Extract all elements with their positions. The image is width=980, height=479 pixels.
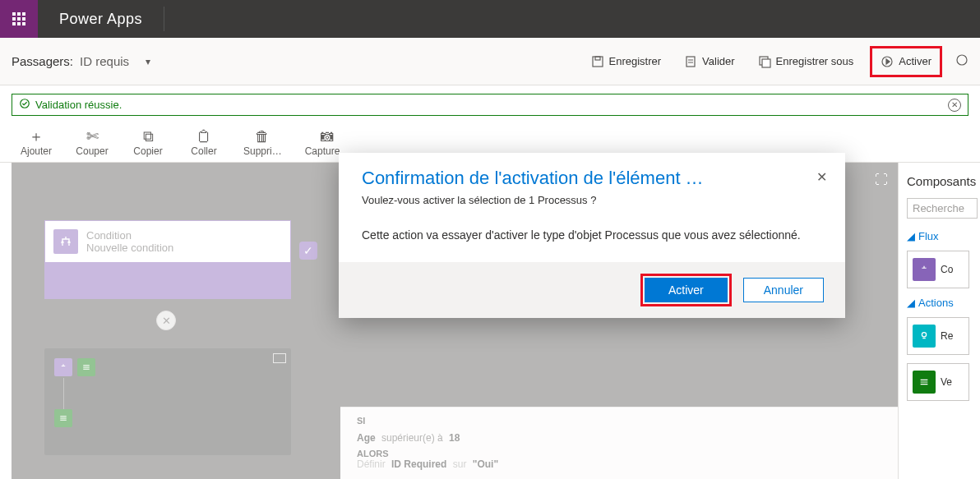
save-icon xyxy=(591,55,604,68)
delete-tool[interactable]: 🗑︎Suppri… xyxy=(243,127,282,157)
activate-highlight: Activer xyxy=(870,46,942,77)
breadcrumb-bar: Passagers: ID requis ▾ Enregistrer Valid… xyxy=(0,38,980,85)
cut-tool[interactable]: ✄Couper xyxy=(76,127,109,157)
section-flux[interactable]: ◢Flux xyxy=(907,230,980,242)
success-icon xyxy=(19,98,30,112)
activate-icon xyxy=(881,55,894,68)
chevron-down-icon[interactable]: ▾ xyxy=(146,56,150,67)
tile-recommendation[interactable]: Re xyxy=(907,317,969,355)
modal-title: Confirmation de l'activation de l'élémen… xyxy=(362,168,822,189)
copy-icon: ⧉ xyxy=(143,127,154,145)
tile-condition-icon xyxy=(913,258,936,281)
paste-tool[interactable]: 📋︎Coller xyxy=(187,127,220,157)
validation-text: Validation réussie. xyxy=(35,99,122,111)
svg-rect-1 xyxy=(595,57,600,60)
add-tool[interactable]: ＋Ajouter xyxy=(20,127,53,157)
tile-reco-icon xyxy=(913,325,936,348)
caret-icon: ◢ xyxy=(907,230,915,242)
close-banner-icon[interactable]: ✕ xyxy=(948,99,961,112)
app-title: Power Apps xyxy=(59,11,142,28)
activate-button[interactable]: Activer xyxy=(874,50,938,73)
search-input[interactable]: Recherche xyxy=(907,198,978,219)
svg-point-6 xyxy=(957,55,967,65)
validate-icon xyxy=(684,55,697,68)
modal-question: Voulez-vous activer la sélection de 1 Pr… xyxy=(362,194,822,206)
svg-rect-2 xyxy=(686,57,695,67)
tile-verify[interactable]: Ve xyxy=(907,363,969,401)
save-as-label: Enregistrer sous xyxy=(776,55,854,67)
modal-cancel-button[interactable]: Annuler xyxy=(743,278,824,302)
waffle-icon[interactable] xyxy=(0,0,38,38)
divider xyxy=(164,7,164,31)
clipboard-icon: 📋︎ xyxy=(196,127,211,145)
validate-button[interactable]: Valider xyxy=(677,50,742,73)
caret-icon: ◢ xyxy=(907,297,915,309)
svg-rect-4 xyxy=(762,59,770,67)
app-header: Power Apps xyxy=(0,0,980,38)
tile-condition[interactable]: Co xyxy=(907,251,969,288)
plus-icon: ＋ xyxy=(29,127,44,145)
svg-point-10 xyxy=(922,333,926,337)
validation-banner: Validation réussie. ✕ xyxy=(12,94,968,116)
section-actions[interactable]: ◢Actions xyxy=(907,297,980,309)
save-button[interactable]: Enregistrer xyxy=(585,50,668,73)
tile-verify-icon xyxy=(913,371,936,394)
modal-activate-button[interactable]: Activer xyxy=(645,278,728,302)
copy-tool[interactable]: ⧉Copier xyxy=(132,127,164,157)
svg-point-7 xyxy=(21,99,30,108)
activate-label: Activer xyxy=(899,55,931,67)
components-panel: Composants Recherche ◢Flux Co ◢Actions R… xyxy=(898,163,980,479)
modal-body: Cette action va essayer d'activer le typ… xyxy=(362,228,822,244)
panel-title: Composants xyxy=(907,174,980,188)
save-label: Enregistrer xyxy=(609,55,662,67)
more-icon[interactable] xyxy=(955,53,968,70)
scissors-icon: ✄ xyxy=(86,127,99,145)
save-as-icon xyxy=(758,55,771,68)
entity-label: Passagers: xyxy=(12,54,73,68)
camera-icon: 📷︎ xyxy=(320,127,335,145)
confirm-modal: ✕ Confirmation de l'activation de l'élém… xyxy=(339,153,845,318)
activate-primary-highlight: Activer xyxy=(640,274,732,306)
modal-close-icon[interactable]: ✕ xyxy=(816,169,827,185)
trash-icon: 🗑︎ xyxy=(255,127,270,145)
validate-label: Valider xyxy=(702,55,735,67)
flow-name: ID requis xyxy=(80,54,129,68)
svg-rect-0 xyxy=(593,57,603,67)
save-as-button[interactable]: Enregistrer sous xyxy=(751,50,861,73)
